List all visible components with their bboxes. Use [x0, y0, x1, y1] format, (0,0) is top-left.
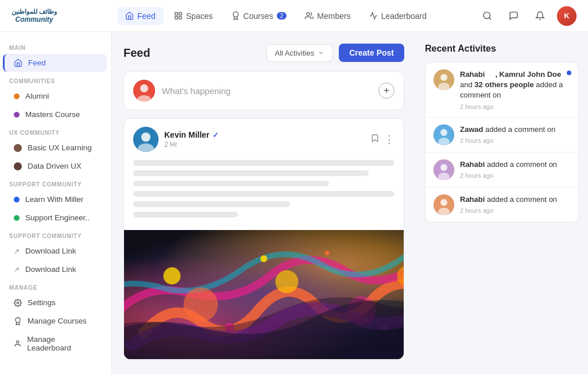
- post-time: 2 Hr: [164, 141, 370, 149]
- sidebar-manage-label: MANAGE: [0, 279, 111, 293]
- feed-header-right: All Activities Create Post: [266, 44, 404, 62]
- sidebar-item-manage-leaderboard[interactable]: Manage Leaderboard: [5, 330, 107, 357]
- sidebar-support-label: SUPPORT COMMUNITY: [0, 176, 111, 190]
- sidebar-item-masters[interactable]: Masters Course: [5, 106, 107, 123]
- add-post-button[interactable]: +: [378, 83, 394, 99]
- manage-leaderboard-icon: [14, 340, 21, 348]
- sidebar-item-manage-courses[interactable]: Manage Courses: [5, 312, 107, 330]
- nav-courses-label: Courses: [243, 11, 273, 21]
- sidebar-item-basic-ux[interactable]: Basic UX Learning: [5, 139, 107, 157]
- activity-actor-1: Rahabi , Kamrul John Doe: [460, 70, 561, 79]
- notifications-button[interactable]: [531, 7, 549, 25]
- post-avatar-inner: [133, 127, 158, 152]
- small-avatar-inner: [133, 80, 155, 102]
- svg-point-34: [440, 129, 447, 136]
- logo-arabic: وظائف للمواطنين: [11, 8, 57, 15]
- activity-avatar-4: [434, 194, 454, 215]
- avatar-inner: K: [557, 6, 577, 26]
- activity-action-3: added a comment on: [487, 160, 557, 169]
- svg-rect-2: [179, 17, 181, 19]
- skeleton-line-1: [133, 160, 394, 166]
- sidebar-support2-label: SUPPORT COMMUNITY: [0, 227, 111, 241]
- basic-ux-dot: [14, 144, 22, 152]
- learn-miller-dot: [14, 197, 20, 202]
- nav-courses[interactable]: Courses 2: [223, 7, 295, 25]
- courses-icon: [231, 11, 240, 20]
- nav-members[interactable]: Members: [297, 7, 358, 25]
- whats-happening-input[interactable]: What's happening: [162, 86, 372, 96]
- masters-dot: [14, 112, 20, 118]
- activity-text-3: Rahabi added a comment on 2 hours ago: [460, 159, 570, 179]
- bookmark-icon: [370, 134, 380, 143]
- activity-time-2: 2 hours ago: [460, 137, 570, 144]
- activity-item-3: Rahabi added a comment on 2 hours ago: [425, 153, 578, 188]
- sidebar-item-download1[interactable]: ↗ Download Link: [5, 242, 107, 260]
- all-activities-filter[interactable]: All Activities: [266, 44, 334, 62]
- leaderboard-icon: [369, 11, 378, 20]
- feed-title: Feed: [123, 46, 150, 60]
- activity-avatar-2: [434, 124, 454, 145]
- sidebar-item-download2[interactable]: ↗ Download Link: [5, 260, 107, 278]
- activity-avatar-svg-1: [434, 69, 454, 90]
- nav-members-label: Members: [317, 11, 350, 21]
- activity-time-3: 2 hours ago: [460, 172, 570, 179]
- sidebar-support-eng-label: Support Engineer..: [25, 213, 90, 222]
- sidebar-download2-label: Download Link: [25, 265, 76, 274]
- skeleton-line-4: [133, 191, 394, 197]
- activity-item-2: Zawad added a comment on 2 hours ago: [425, 118, 578, 153]
- sidebar-item-data-ux[interactable]: Data Driven UX: [5, 157, 107, 175]
- alumni-dot: [14, 94, 20, 99]
- filter-label: All Activities: [275, 49, 315, 57]
- data-ux-dot: [14, 162, 22, 170]
- activity-item-1: Rahabi , Kamrul John Doe and 32 others p…: [425, 63, 578, 118]
- bookmark-button[interactable]: [370, 134, 380, 145]
- svg-line-7: [489, 18, 490, 20]
- sidebar-item-feed[interactable]: Feed: [3, 54, 107, 72]
- svg-point-9: [16, 317, 20, 322]
- author-name-text: Kevin Miller: [164, 130, 210, 139]
- svg-point-5: [307, 13, 310, 15]
- sidebar-item-support-eng[interactable]: Support Engineer..: [5, 209, 107, 227]
- right-panel: Recent Activites Rahabi , Kamrul John D: [416, 32, 588, 374]
- chat-icon: [509, 11, 519, 21]
- post-info: Kevin Miller ✓ 2 Hr: [164, 130, 370, 149]
- svg-point-26: [261, 255, 268, 262]
- nav-spaces[interactable]: Spaces: [166, 7, 221, 25]
- sidebar-item-learn-miller[interactable]: Learn With Miller: [5, 190, 107, 208]
- sidebar-main-label: MAIN: [0, 39, 111, 53]
- chevron-down-icon: [318, 49, 324, 56]
- svg-point-22: [276, 270, 299, 293]
- search-button[interactable]: [478, 7, 496, 25]
- skeleton-line-3: [133, 181, 329, 186]
- members-icon: [305, 11, 314, 20]
- main-nav: Feed Spaces Courses 2 Members Leaderboar…: [74, 7, 478, 25]
- chat-button[interactable]: [504, 7, 523, 25]
- manage-courses-icon: [14, 317, 22, 325]
- svg-point-37: [440, 164, 447, 171]
- settings-icon: [14, 299, 22, 307]
- post-image-svg: [124, 230, 404, 359]
- sidebar-data-ux-label: Data Driven UX: [28, 162, 82, 170]
- create-post-button[interactable]: Create Post: [339, 44, 404, 62]
- support-eng-dot: [14, 215, 20, 221]
- svg-rect-3: [175, 17, 177, 19]
- sidebar-item-settings[interactable]: Settings: [5, 294, 107, 311]
- nav-leaderboard[interactable]: Leaderboard: [361, 7, 435, 25]
- svg-point-27: [325, 251, 330, 255]
- whats-happening-box: What's happening +: [123, 71, 404, 110]
- user-avatar[interactable]: K: [557, 6, 577, 26]
- sidebar: MAIN Feed COMMUNITIES Alumni Masters Cou…: [0, 32, 112, 374]
- sidebar-home-icon: [14, 59, 22, 67]
- skeleton-line-6: [133, 212, 238, 217]
- activity-names-4: Rahabi added a comment on: [460, 194, 570, 205]
- courses-badge: 2: [277, 12, 287, 20]
- sidebar-basic-ux-label: Basic UX Learning: [28, 143, 92, 152]
- nav-feed[interactable]: Feed: [117, 7, 164, 25]
- svg-point-24: [164, 267, 181, 285]
- more-options-button[interactable]: ⋮: [384, 133, 394, 146]
- activity-names-3: Rahabi added a comment on: [460, 159, 570, 170]
- post-author-name: Kevin Miller ✓: [164, 130, 370, 139]
- sidebar-item-alumni[interactable]: Alumni: [5, 87, 107, 105]
- topbar-icons: K: [478, 6, 577, 26]
- skeleton-line-2: [133, 170, 369, 176]
